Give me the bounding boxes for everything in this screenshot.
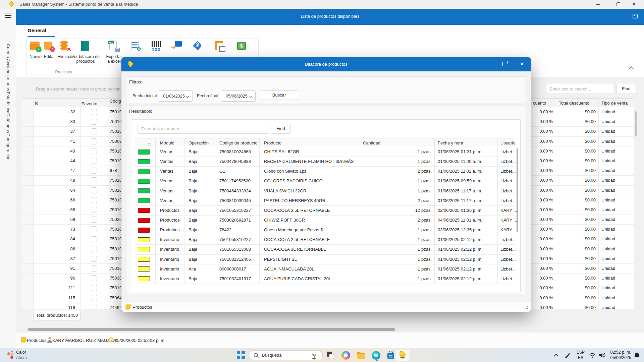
- header-cantidad[interactable]: Cantidad: [360, 138, 435, 147]
- favorito-checkbox[interactable]: [91, 177, 97, 183]
- favorito-checkbox[interactable]: [91, 119, 97, 125]
- favorito-checkbox[interactable]: [91, 236, 97, 242]
- store-icon[interactable]: [386, 351, 395, 360]
- close-icon[interactable]: ✕: [632, 1, 636, 7]
- weather-widget[interactable]: Calor Ahora: [5, 350, 66, 361]
- editar-button[interactable]: Editar: [42, 40, 57, 59]
- favorito-checkbox[interactable]: [91, 275, 97, 281]
- vertical-scrollbar-thumb[interactable]: [635, 111, 637, 136]
- sidebar-item-cuenta[interactable]: Cuenta: [0, 44, 16, 59]
- favorito-checkbox[interactable]: [91, 158, 97, 164]
- ver-bitacora-button[interactable]: Ver bitácora de productos: [71, 40, 100, 64]
- bitacora-row[interactable]: Inventario Baja 7501055310227 COCA-COLA …: [135, 235, 515, 245]
- dialog-close-icon[interactable]: ✕: [520, 61, 524, 67]
- tab-general[interactable]: General: [28, 27, 46, 33]
- active-app-button[interactable]: [396, 349, 410, 361]
- sidebar-item-estad-sticas[interactable]: Estadísticas: [0, 92, 16, 117]
- dialog-scrollbar-thumb[interactable]: [517, 148, 518, 232]
- bitacora-row[interactable]: Ventas Baja 7500464333834 VUALA SWICH 32…: [135, 186, 515, 196]
- sidebar-item-acciones-diarias[interactable]: Acciones diarias: [0, 59, 16, 92]
- hamburger-menu-icon[interactable]: [5, 13, 11, 18]
- header-producto[interactable]: Producto: [260, 138, 360, 147]
- bitacora-row[interactable]: Inventario Baja 7501032401917 AGUA PURIF…: [135, 274, 515, 284]
- favorito-checkbox[interactable]: [91, 168, 97, 174]
- search-input[interactable]: Enter text to search...: [546, 84, 614, 94]
- tray-chevron-up-icon[interactable]: [553, 354, 559, 357]
- header-tipo-venta[interactable]: Tipo de venta: [598, 99, 634, 107]
- find-button[interactable]: Find: [616, 84, 636, 94]
- total-productos-button[interactable]: Total productos: 1450: [34, 310, 80, 320]
- taskbar-search[interactable]: Búsqueda: [249, 350, 323, 360]
- header-descuento[interactable]: cuento: [531, 99, 556, 107]
- buscar-button[interactable]: Buscar: [260, 90, 298, 100]
- start-button[interactable]: [237, 351, 245, 359]
- sidebar-item-configuraci-n[interactable]: Configuración: [0, 133, 16, 162]
- header-favorito[interactable]: Favorito: [80, 99, 107, 107]
- file-explorer-icon[interactable]: [357, 351, 366, 359]
- cash-icon[interactable]: $: [236, 40, 248, 52]
- header-codigo-producto[interactable]: Código de producto: [215, 138, 260, 147]
- header-total-descuento[interactable]: Total descuento: [556, 99, 598, 107]
- favorito-checkbox[interactable]: [91, 197, 97, 203]
- price-tag-dollar-icon[interactable]: $: [192, 40, 204, 52]
- dialog-find-button[interactable]: Find: [271, 124, 291, 134]
- header-selector[interactable]: [135, 138, 156, 147]
- edge-icon[interactable]: [372, 351, 380, 360]
- wifi-icon[interactable]: [589, 353, 596, 358]
- copilot-icon[interactable]: [341, 351, 350, 360]
- favorito-checkbox[interactable]: [91, 148, 97, 154]
- fecha-inicial-combobox[interactable]: 01/06/2025: [158, 90, 193, 102]
- resize-grip[interactable]: [527, 308, 528, 309]
- bitacora-row[interactable]: Ventas Baja 7500810024560 CHIPS SAL 62GR…: [135, 147, 515, 157]
- sync-grid-icon[interactable]: ⟳: [129, 40, 142, 52]
- clipboard-icon[interactable]: [214, 40, 226, 52]
- favorito-checkbox[interactable]: [91, 109, 97, 115]
- bitacora-row[interactable]: Inventario Baja 7501031312405 PEPSI LIGH…: [135, 255, 515, 264]
- favorito-checkbox[interactable]: [91, 138, 97, 144]
- bitacora-row[interactable]: Ventas Baja 7501174952520 COLORES BACOIR…: [135, 176, 515, 186]
- favorito-checkbox[interactable]: [91, 256, 97, 262]
- header-id[interactable]: Id: [34, 99, 80, 107]
- exportar-excel-button[interactable]: XLS Exportara excel: [106, 40, 122, 64]
- bitacora-row[interactable]: Productos Baja 78422 Queso Manchego por …: [135, 225, 515, 235]
- barcode-icon[interactable]: 123: [151, 40, 163, 52]
- pen-disabled-icon[interactable]: [564, 352, 571, 359]
- horizontal-scrollbar-thumb[interactable]: [28, 328, 395, 331]
- favorito-checkbox[interactable]: [91, 226, 97, 232]
- receive-stock-icon[interactable]: ➜: [170, 40, 182, 52]
- bitacora-row[interactable]: Ventas Baja 7500478045938 RECETA CRUJIEN…: [135, 157, 515, 167]
- favorito-checkbox[interactable]: [91, 305, 97, 309]
- dialog-restore-icon[interactable]: [502, 62, 507, 66]
- language-indicator[interactable]: ESP ES: [576, 350, 586, 360]
- notification-bell-icon[interactable]: z: [634, 352, 640, 359]
- bitacora-row[interactable]: Productos Baja 7501055310227 COCA-COLA 2…: [135, 206, 515, 216]
- collapse-ribbon-chevron-icon[interactable]: [629, 66, 634, 69]
- minimize-icon[interactable]: [596, 4, 600, 5]
- dialog-search-input[interactable]: Enter text to search...: [138, 124, 269, 134]
- maximize-icon[interactable]: [616, 2, 620, 6]
- header-fecha-hora[interactable]: Fecha y hora: [435, 138, 498, 147]
- tray-clock[interactable]: 02:52 p. m. 05/06/2025: [604, 350, 631, 360]
- header-usuario[interactable]: Usuario: [498, 138, 515, 147]
- favorito-checkbox[interactable]: [91, 187, 97, 193]
- favorito-checkbox[interactable]: [91, 128, 97, 134]
- favorito-checkbox[interactable]: [91, 207, 97, 213]
- favorito-checkbox[interactable]: [91, 285, 97, 291]
- nuevo-button[interactable]: + Nuevo: [28, 40, 43, 59]
- sidebar-item-cat-logos[interactable]: Catálogos: [0, 113, 16, 134]
- task-view-icon[interactable]: [326, 351, 335, 360]
- header-modulo[interactable]: Módulo: [156, 138, 184, 147]
- favorito-checkbox[interactable]: [91, 265, 97, 272]
- favorito-checkbox[interactable]: [91, 217, 97, 223]
- bitacora-row[interactable]: Productos Baja 7503020692871 CHIWIZ POFF…: [135, 216, 515, 225]
- favorito-checkbox[interactable]: [91, 295, 97, 301]
- popup-window-icon[interactable]: [633, 14, 638, 18]
- bitacora-row[interactable]: Inventario Baja 7501055313068 COCA-COLA …: [135, 245, 515, 254]
- bitacora-row[interactable]: Inventario Alta 00000000017 AGUA INMACUL…: [135, 264, 515, 274]
- bitacora-row[interactable]: Ventas Baja 7500810039045 PASTELITO HERS…: [135, 196, 515, 206]
- fecha-final-combobox[interactable]: 05/06/2025: [221, 90, 256, 102]
- favorito-checkbox[interactable]: [91, 246, 97, 252]
- bitacora-row[interactable]: Ventas Baja G1 Globo con Silvato 1pz 2 p…: [135, 167, 515, 176]
- header-operacion[interactable]: Operación: [184, 138, 215, 147]
- delete-icon: ✕: [59, 40, 71, 52]
